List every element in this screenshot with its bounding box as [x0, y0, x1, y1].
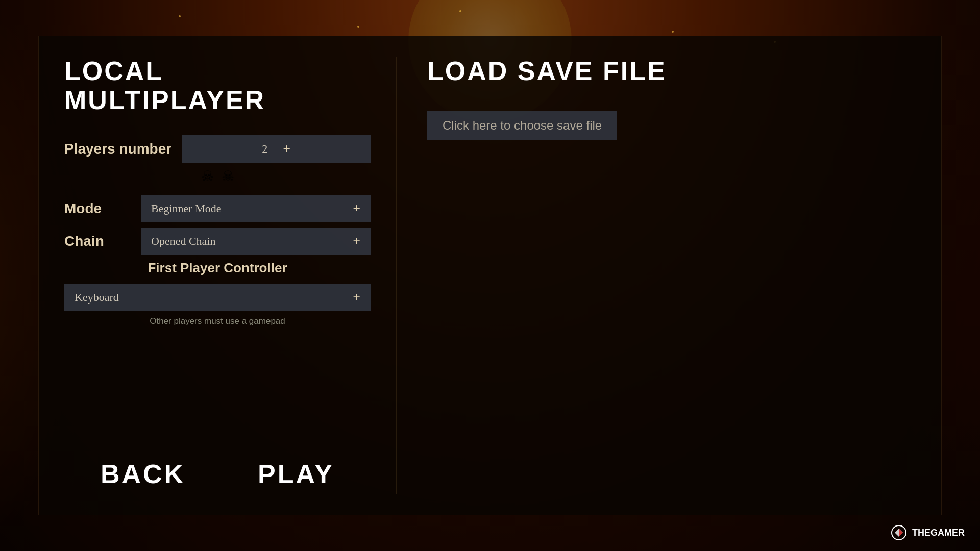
main-panel: LOCAL MULTIPLAYER Players number 2 + ☠ ☠… [38, 36, 942, 515]
chain-plus[interactable]: + [353, 234, 360, 249]
players-number-control[interactable]: 2 + [182, 135, 371, 163]
players-number-label: Players number [64, 141, 172, 157]
right-section: LOAD SAVE FILE Click here to choose save… [397, 36, 941, 515]
bottom-buttons: BACK PLAY [64, 438, 371, 494]
players-number-row: Players number 2 + [64, 135, 371, 163]
players-number-value: 2 [262, 142, 267, 156]
particle [179, 15, 181, 17]
watermark: THEGAMER [891, 524, 965, 541]
mode-control[interactable]: Beginner Mode + [141, 195, 371, 222]
controller-section: First Player Controller Keyboard + Other… [64, 260, 371, 327]
choose-save-file-button[interactable]: Click here to choose save file [427, 111, 617, 140]
chain-control[interactable]: Opened Chain + [141, 228, 371, 255]
chain-label: Chain [64, 233, 131, 249]
skull-icon-1: ☠ [201, 168, 214, 185]
mode-label: Mode [64, 201, 131, 217]
controller-plus[interactable]: + [353, 290, 360, 305]
left-section: LOCAL MULTIPLAYER Players number 2 + ☠ ☠… [39, 36, 396, 515]
mode-value: Beginner Mode [151, 202, 221, 215]
play-button[interactable]: PLAY [248, 454, 345, 494]
controller-control[interactable]: Keyboard + [64, 284, 371, 311]
controller-title: First Player Controller [64, 260, 371, 276]
controller-value: Keyboard [75, 291, 119, 304]
skull-icon-2: ☠ [222, 168, 234, 185]
particle [357, 26, 359, 28]
back-button[interactable]: BACK [90, 454, 195, 494]
particle [459, 10, 461, 12]
chain-value: Opened Chain [151, 235, 215, 248]
thegamer-icon [891, 524, 907, 541]
watermark-brand: THEGAMER [912, 528, 965, 538]
player-icons-row: ☠ ☠ [64, 168, 371, 185]
load-save-file-title: LOAD SAVE FILE [427, 57, 667, 86]
players-number-plus[interactable]: + [283, 141, 290, 157]
chain-row: Chain Opened Chain + [64, 228, 371, 255]
particle [672, 31, 674, 33]
mode-row: Mode Beginner Mode + [64, 195, 371, 222]
controller-hint: Other players must use a gamepad [64, 316, 371, 327]
local-multiplayer-title: LOCAL MULTIPLAYER [64, 57, 371, 115]
mode-plus[interactable]: + [353, 201, 360, 216]
